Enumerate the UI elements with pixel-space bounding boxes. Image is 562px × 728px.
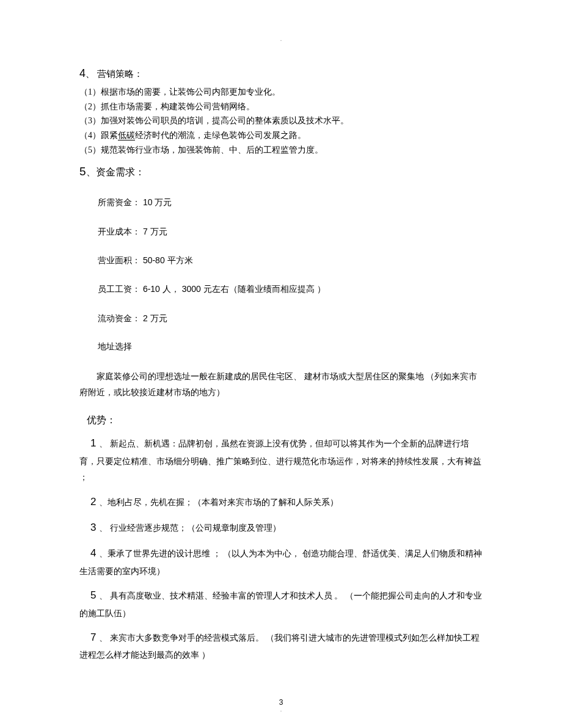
fund-liquid-value: 2 万元 bbox=[140, 313, 167, 323]
fund-salary-value: 6-10 人， 3000 元左右（随着业绩而相应提高 ） bbox=[140, 284, 326, 294]
advantage-4: 4 、秉承了世界先进的设计思维 ； （以人为本为中心， 创造功能合理、舒适优美、… bbox=[79, 544, 483, 580]
fund-area-value: 50-80 平方米 bbox=[140, 255, 193, 265]
section5-number: 5 bbox=[79, 165, 86, 178]
section4-item-3: （3）加强对装饰公司职员的培训，提高公司的整体素质以及技术水平。 bbox=[79, 114, 483, 128]
fund-need: 所需资金： 10 万元 bbox=[98, 195, 483, 209]
section4-number: 4 bbox=[79, 67, 86, 79]
fund-startup: 开业成本： 7 万元 bbox=[98, 225, 483, 239]
footer-marker: . bbox=[0, 705, 562, 715]
header-marker: . bbox=[0, 34, 562, 44]
section4-item-5: （5）规范装饰行业市场，加强装饰前、中、后的工程监管力度。 bbox=[79, 143, 483, 158]
fund-salary: 员工工资： 6-10 人， 3000 元左右（随着业绩而相应提高 ） bbox=[98, 282, 483, 296]
section4-item-1: （1）根据市场的需要，让装饰公司内部更加专业化。 bbox=[79, 85, 483, 100]
section4-item-2: （2）抓住市场需要，构建装饰公司营销网络。 bbox=[79, 100, 483, 114]
address-description: 家庭装修公司的理想选址一般在新建成的居民住宅区、 建材市场或大型居住区的聚集地 … bbox=[79, 369, 483, 401]
fund-addr-label: 地址选择 bbox=[98, 340, 483, 354]
advantage-5: 5 、 具有高度敬业、技术精湛、经验丰富的管理人才和技术人员 。 （一个能把握公… bbox=[79, 586, 483, 622]
fund-area-label: 营业面积： bbox=[98, 256, 140, 265]
advantage-3-num: 3 bbox=[90, 522, 99, 533]
advantage-7-num: 7 bbox=[90, 632, 99, 643]
advantage-4-num: 4 bbox=[90, 547, 99, 559]
fund-liquid: 流动资金： 2 万元 bbox=[98, 311, 483, 326]
fund-startup-label: 开业成本： bbox=[98, 227, 140, 236]
section5-heading: 5、资金需求： bbox=[79, 162, 483, 181]
section4-title: 、 营销策略： bbox=[86, 69, 143, 79]
section5-title: 、资金需求： bbox=[86, 167, 145, 177]
fund-salary-label: 员工工资： bbox=[98, 285, 140, 294]
fund-liquid-label: 流动资金： bbox=[98, 314, 140, 323]
advantage-5-text: 、 具有高度敬业、技术精湛、经验丰富的管理人才和技术人员 。 （一个能把握公司走… bbox=[79, 591, 482, 617]
advantage-7: 7 、 来宾市大多数竞争对手的经营模式落后。 （我们将引进大城市的先进管理模式列… bbox=[79, 628, 483, 664]
section4-item4-prefix: （4）跟紧 bbox=[79, 131, 118, 140]
advantage-1: 1 、 新起点、新机遇：品牌初创，虽然在资源上没有优势，但却可以将其作为一个全新… bbox=[79, 434, 483, 486]
advantage-2-num: 2 bbox=[90, 496, 99, 508]
section4-heading: 4、 营销策略： bbox=[79, 65, 483, 82]
advantage-3-text: 、 行业经营逐步规范；（公司规章制度及管理） bbox=[99, 523, 281, 533]
section4-item4-suffix: 经济时代的潮流，走绿色装饰公司发展之路。 bbox=[135, 131, 306, 140]
advantage-2: 2 、地利占尽，先机在握；（本着对来宾市场的了解和人际关系） bbox=[79, 492, 483, 512]
advantage-2-text: 、地利占尽，先机在握；（本着对来宾市场的了解和人际关系） bbox=[99, 498, 338, 507]
section4-item4-underline: 低碳 bbox=[118, 131, 135, 140]
advantage-7-text: 、 来宾市大多数竞争对手的经营模式落后。 （我们将引进大城市的先进管理模式列如怎… bbox=[79, 633, 480, 660]
advantage-1-text: 、 新起点、新机遇：品牌初创，虽然在资源上没有优势，但却可以将其作为一个全新的品… bbox=[79, 439, 481, 482]
advantage-5-num: 5 bbox=[90, 589, 99, 601]
fund-need-label: 所需资金： bbox=[98, 198, 140, 207]
advantage-1-num: 1 bbox=[90, 437, 99, 449]
fund-need-value: 10 万元 bbox=[140, 197, 172, 207]
advantages-heading: 优势： bbox=[87, 412, 483, 428]
advantage-3: 3 、 行业经营逐步规范；（公司规章制度及管理） bbox=[79, 518, 483, 537]
fund-area: 营业面积： 50-80 平方米 bbox=[98, 253, 483, 268]
fund-startup-value: 7 万元 bbox=[140, 227, 167, 236]
advantage-4-text: 、秉承了世界先进的设计思维 ； （以人为本为中心， 创造功能合理、舒适优美、满足… bbox=[79, 549, 482, 575]
section4-item-4: （4）跟紧低碳经济时代的潮流，走绿色装饰公司发展之路。 bbox=[79, 128, 483, 143]
